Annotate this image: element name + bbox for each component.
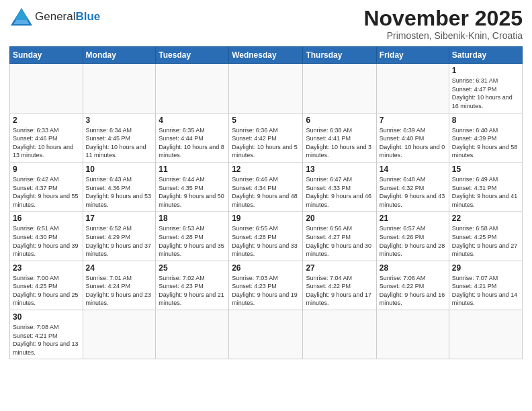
calendar-cell: 6Sunrise: 6:38 AMSunset: 4:41 PMDaylight…	[303, 113, 376, 162]
day-info: Sunrise: 7:03 AMSunset: 4:23 PMDaylight:…	[232, 274, 300, 308]
day-number: 2	[13, 116, 80, 125]
day-number: 28	[380, 263, 446, 273]
calendar-cell	[83, 310, 156, 359]
header: GeneralBlue November 2025 Primosten, Sib…	[9, 7, 523, 41]
day-info: Sunrise: 6:39 AMSunset: 4:40 PMDaylight:…	[380, 126, 446, 160]
day-number: 15	[452, 165, 519, 174]
calendar-week-3: 9Sunrise: 6:42 AMSunset: 4:37 PMDaylight…	[10, 162, 523, 211]
day-info: Sunrise: 7:06 AMSunset: 4:22 PMDaylight:…	[380, 274, 446, 308]
weekday-header-row: SundayMondayTuesdayWednesdayThursdayFrid…	[10, 47, 523, 64]
day-info: Sunrise: 7:07 AMSunset: 4:21 PMDaylight:…	[452, 274, 519, 308]
day-info: Sunrise: 6:36 AMSunset: 4:42 PMDaylight:…	[232, 126, 300, 160]
calendar-cell	[10, 64, 83, 113]
day-info: Sunrise: 6:35 AMSunset: 4:44 PMDaylight:…	[159, 126, 226, 160]
calendar-cell	[376, 310, 449, 359]
day-info: Sunrise: 6:33 AMSunset: 4:46 PMDaylight:…	[13, 126, 80, 160]
calendar-cell: 5Sunrise: 6:36 AMSunset: 4:42 PMDaylight…	[229, 113, 303, 162]
day-number: 3	[86, 116, 153, 125]
day-number: 9	[13, 165, 80, 174]
day-number: 19	[232, 214, 300, 223]
day-info: Sunrise: 6:43 AMSunset: 4:36 PMDaylight:…	[86, 175, 153, 209]
calendar-cell	[303, 310, 376, 359]
logo-text: GeneralBlue	[35, 10, 100, 24]
calendar-cell	[449, 310, 522, 359]
day-number: 11	[159, 165, 226, 174]
page: GeneralBlue November 2025 Primosten, Sib…	[0, 0, 532, 411]
subtitle: Primosten, Sibenik-Knin, Croatia	[363, 30, 523, 41]
day-info: Sunrise: 6:56 AMSunset: 4:27 PMDaylight:…	[306, 224, 373, 258]
calendar-cell	[156, 310, 229, 359]
day-number: 23	[13, 263, 80, 273]
day-number: 4	[159, 116, 226, 125]
calendar-cell: 18Sunrise: 6:53 AMSunset: 4:28 PMDayligh…	[156, 212, 229, 261]
day-number: 1	[452, 66, 519, 75]
calendar-cell: 25Sunrise: 7:02 AMSunset: 4:23 PMDayligh…	[156, 261, 229, 310]
calendar-cell: 8Sunrise: 6:40 AMSunset: 4:39 PMDaylight…	[449, 113, 522, 162]
day-info: Sunrise: 6:46 AMSunset: 4:34 PMDaylight:…	[232, 175, 300, 209]
calendar-cell: 2Sunrise: 6:33 AMSunset: 4:46 PMDaylight…	[10, 113, 83, 162]
day-number: 18	[159, 214, 226, 223]
day-info: Sunrise: 7:08 AMSunset: 4:21 PMDaylight:…	[13, 323, 80, 357]
calendar-cell: 26Sunrise: 7:03 AMSunset: 4:23 PMDayligh…	[229, 261, 303, 310]
calendar-cell: 14Sunrise: 6:48 AMSunset: 4:32 PMDayligh…	[376, 162, 449, 211]
calendar-week-6: 30Sunrise: 7:08 AMSunset: 4:21 PMDayligh…	[10, 310, 523, 359]
day-number: 16	[13, 214, 80, 223]
weekday-header-sunday: Sunday	[10, 47, 83, 64]
calendar-cell	[376, 64, 449, 113]
day-info: Sunrise: 6:57 AMSunset: 4:26 PMDaylight:…	[380, 224, 446, 258]
calendar-cell: 21Sunrise: 6:57 AMSunset: 4:26 PMDayligh…	[376, 212, 449, 261]
day-number: 14	[380, 165, 446, 174]
day-info: Sunrise: 6:38 AMSunset: 4:41 PMDaylight:…	[306, 126, 373, 160]
weekday-header-tuesday: Tuesday	[156, 47, 229, 64]
calendar-week-2: 2Sunrise: 6:33 AMSunset: 4:46 PMDaylight…	[10, 113, 523, 162]
calendar-cell: 11Sunrise: 6:44 AMSunset: 4:35 PMDayligh…	[156, 162, 229, 211]
day-number: 21	[380, 214, 446, 223]
day-info: Sunrise: 7:02 AMSunset: 4:23 PMDaylight:…	[159, 274, 226, 308]
day-number: 13	[306, 165, 373, 174]
day-number: 24	[86, 263, 153, 273]
day-info: Sunrise: 6:48 AMSunset: 4:32 PMDaylight:…	[380, 175, 446, 209]
calendar-cell: 27Sunrise: 7:04 AMSunset: 4:22 PMDayligh…	[303, 261, 376, 310]
calendar-cell	[229, 310, 303, 359]
calendar-cell: 10Sunrise: 6:43 AMSunset: 4:36 PMDayligh…	[83, 162, 156, 211]
calendar-cell	[83, 64, 156, 113]
calendar-cell: 29Sunrise: 7:07 AMSunset: 4:21 PMDayligh…	[449, 261, 522, 310]
day-number: 5	[232, 116, 300, 125]
calendar-cell: 15Sunrise: 6:49 AMSunset: 4:31 PMDayligh…	[449, 162, 522, 211]
calendar-cell: 12Sunrise: 6:46 AMSunset: 4:34 PMDayligh…	[229, 162, 303, 211]
day-number: 17	[86, 214, 153, 223]
day-info: Sunrise: 7:01 AMSunset: 4:24 PMDaylight:…	[86, 274, 153, 308]
day-number: 6	[306, 116, 373, 125]
calendar-cell	[156, 64, 229, 113]
calendar-cell: 9Sunrise: 6:42 AMSunset: 4:37 PMDaylight…	[10, 162, 83, 211]
calendar-cell: 13Sunrise: 6:47 AMSunset: 4:33 PMDayligh…	[303, 162, 376, 211]
calendar-cell: 22Sunrise: 6:58 AMSunset: 4:25 PMDayligh…	[449, 212, 522, 261]
logo-icon	[9, 7, 34, 27]
day-number: 20	[306, 214, 373, 223]
day-number: 7	[380, 116, 446, 125]
day-info: Sunrise: 6:55 AMSunset: 4:28 PMDaylight:…	[232, 224, 300, 258]
day-number: 27	[306, 263, 373, 273]
day-info: Sunrise: 6:49 AMSunset: 4:31 PMDaylight:…	[452, 175, 519, 209]
day-number: 8	[452, 116, 519, 125]
day-number: 22	[452, 214, 519, 223]
calendar-cell: 30Sunrise: 7:08 AMSunset: 4:21 PMDayligh…	[10, 310, 83, 359]
weekday-header-thursday: Thursday	[303, 47, 376, 64]
weekday-header-saturday: Saturday	[449, 47, 522, 64]
day-info: Sunrise: 7:00 AMSunset: 4:25 PMDaylight:…	[13, 274, 80, 308]
weekday-header-monday: Monday	[83, 47, 156, 64]
day-number: 25	[159, 263, 226, 273]
weekday-header-friday: Friday	[376, 47, 449, 64]
month-title: November 2025	[363, 7, 523, 30]
calendar-week-4: 16Sunrise: 6:51 AMSunset: 4:30 PMDayligh…	[10, 212, 523, 261]
calendar-cell	[303, 64, 376, 113]
calendar-cell: 4Sunrise: 6:35 AMSunset: 4:44 PMDaylight…	[156, 113, 229, 162]
day-number: 30	[13, 312, 80, 322]
logo: GeneralBlue	[9, 7, 100, 27]
day-info: Sunrise: 7:04 AMSunset: 4:22 PMDaylight:…	[306, 274, 373, 308]
day-number: 29	[452, 263, 519, 273]
weekday-header-wednesday: Wednesday	[229, 47, 303, 64]
calendar-cell: 16Sunrise: 6:51 AMSunset: 4:30 PMDayligh…	[10, 212, 83, 261]
day-info: Sunrise: 6:44 AMSunset: 4:35 PMDaylight:…	[159, 175, 226, 209]
day-number: 10	[86, 165, 153, 174]
